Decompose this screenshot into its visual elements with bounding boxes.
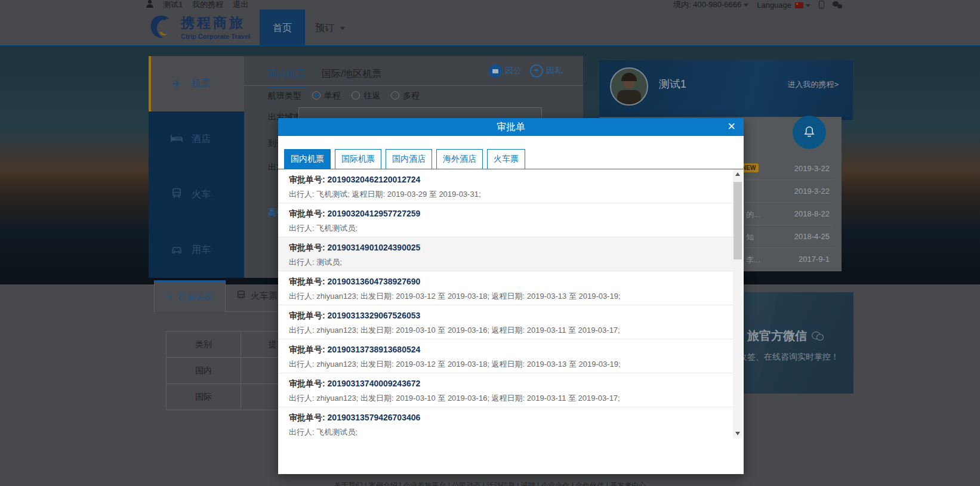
flight-type-label: 航班类型 — [268, 91, 301, 101]
sidebar-item-car[interactable]: 用车 — [149, 222, 244, 278]
sidebar-item-flight[interactable]: ✈ 机票 — [149, 56, 244, 112]
logout-link[interactable]: 退出 — [233, 0, 248, 10]
brand-logo[interactable]: 携程商旅 Ctrip Corporate Travel — [146, 12, 250, 42]
nav-bar: 携程商旅 Ctrip Corporate Travel 首页 预订 — [0, 10, 980, 47]
modal-header: 审批单 × — [278, 118, 744, 136]
chevron-down-icon — [744, 4, 748, 7]
order-no-label: 审批单号: — [289, 277, 325, 286]
modal-title: 审批单 — [278, 118, 744, 136]
top-strip: 测试1 我的携程 退出 境内: 400-980-6666 Language — [0, 0, 980, 10]
order-detail: 出行人: 飞机测试; 返程日期: 2019-03-29 至 2019-03-31… — [289, 189, 721, 200]
train-icon — [170, 188, 183, 202]
order-no: 20190320412957727259 — [328, 209, 421, 218]
train-icon — [236, 290, 246, 302]
order-detail: 出行人: 飞机测试员; — [289, 223, 721, 234]
purpose-public[interactable]: 因公 — [489, 64, 522, 78]
my-ctrip-link[interactable]: 我的携程 — [192, 0, 223, 10]
user-name: 测试1 — [163, 0, 183, 10]
tab-booking[interactable]: 预订 — [315, 10, 345, 47]
enter-my-ctrip-link[interactable]: 进入我的携程> — [787, 79, 839, 90]
order-no: 20190313604738927690 — [328, 277, 421, 286]
order-no: 20190313579426703406 — [328, 413, 421, 422]
scrollbar-thumb[interactable] — [734, 182, 742, 259]
user-panel: 测试1 进入我的携程> — [599, 60, 853, 117]
approval-row[interactable]: 审批单号: 20190313738913680524 出行人: zhiyuan1… — [278, 339, 733, 373]
tab-flight-standard[interactable]: ✈ 机票差标 — [154, 280, 226, 312]
order-detail: 出行人: 测试员; — [289, 257, 721, 268]
table-row-international: 国际 — [167, 384, 241, 410]
approval-row[interactable]: 审批单号: 20190313604738927690 出行人: zhiyuan1… — [278, 271, 733, 305]
order-detail: 出行人: 飞机测试员; — [289, 427, 721, 438]
brand-name: 携程商旅 — [181, 14, 250, 32]
mobile-app-icon[interactable] — [819, 1, 824, 9]
approval-list: 审批单号: 20190320462120012724 出行人: 飞机测试; 返程… — [278, 169, 733, 438]
notification-date: 2018-4-25 — [794, 232, 830, 241]
table-row-domestic: 国内 — [167, 358, 241, 384]
plane-icon: ✈ — [166, 292, 174, 302]
modal-tabs: 国内机票 国际机票 国内酒店 海外酒店 火车票 — [278, 149, 744, 169]
order-no-label: 审批单号: — [289, 209, 325, 218]
radio-oneway[interactable]: 单程 — [312, 91, 341, 101]
approval-row[interactable]: 审批单号: 20190313740009243672 出行人: zhiyuan1… — [278, 373, 733, 407]
form-divider — [244, 85, 583, 86]
notification-date: 2019-3-22 — [794, 164, 830, 173]
notification-date: 2017-9-1 — [799, 255, 830, 264]
order-no-label: 审批单号: — [289, 243, 325, 252]
order-detail: 出行人: zhiyuan123; 出发日期: 2019-03-12 至 2019… — [289, 359, 721, 370]
car-icon — [170, 244, 183, 257]
approval-row[interactable]: 审批单号: 20190313329067526053 出行人: zhiyuan1… — [278, 305, 733, 339]
briefcase-icon — [489, 64, 502, 78]
bell-icon[interactable] — [793, 116, 826, 149]
radio-multicity[interactable]: 多程 — [391, 91, 420, 101]
close-icon[interactable]: × — [728, 118, 735, 135]
wechat-icon — [812, 332, 824, 340]
banner-title-fragment: 旅官方微信 — [747, 328, 807, 344]
sidebar-item-train[interactable]: 火车 — [149, 167, 244, 222]
modal-tab-overseas-hotel[interactable]: 海外酒店 — [436, 149, 483, 169]
order-no-label: 审批单号: — [289, 311, 325, 320]
approval-row-highlighted[interactable]: 审批单号: 20190314901024390025 出行人: 测试员; — [278, 237, 733, 271]
radio-roundtrip[interactable]: 往返 — [352, 91, 380, 101]
order-no-label: 审批单号: — [289, 345, 325, 354]
purpose-private[interactable]: ☂因私 — [530, 64, 563, 78]
order-detail: 出行人: zhiyuan123; 出发日期: 2019-03-10 至 2019… — [289, 325, 721, 336]
language-dropdown[interactable]: Language — [757, 1, 810, 10]
order-no: 20190313329067526053 — [328, 311, 421, 320]
approval-modal: 审批单 × 国内机票 国际机票 国内酒店 海外酒店 火车票 审批单号: 2019… — [278, 118, 744, 474]
modal-tab-domestic-hotel[interactable]: 国内酒店 — [386, 149, 432, 169]
chevron-down-icon — [340, 27, 345, 30]
scrollbar[interactable] — [733, 169, 742, 438]
tab-home[interactable]: 首页 — [260, 10, 305, 47]
hotel-icon — [170, 133, 183, 146]
plane-icon: ✈ — [170, 77, 183, 91]
order-no-label: 审批单号: — [289, 379, 325, 388]
hotline-dropdown[interactable]: 境内: 400-980-6666 — [673, 0, 748, 10]
user-avatar-icon — [146, 0, 153, 10]
approval-row[interactable]: 审批单号: 20190313579426703406 出行人: 飞机测试员; — [278, 407, 733, 438]
page: 测试1 我的携程 退出 境内: 400-980-6666 Language 携程… — [0, 0, 980, 486]
modal-tab-domestic-flight[interactable]: 国内机票 — [284, 149, 331, 169]
radio-icon — [352, 91, 360, 100]
order-no: 20190313740009243672 — [328, 379, 421, 388]
product-sidebar: ✈ 机票 酒店 火车 用车 — [149, 56, 244, 278]
modal-tab-international-flight[interactable]: 国际机票 — [335, 149, 381, 169]
scroll-up-icon[interactable] — [733, 169, 742, 179]
panel-user-name: 测试1 — [659, 77, 686, 91]
china-flag-icon — [795, 2, 803, 8]
order-detail: 出行人: zhiyuan123; 出发日期: 2019-03-10 至 2019… — [289, 393, 721, 404]
approval-row[interactable]: 审批单号: 20190320462120012724 出行人: 飞机测试; 返程… — [278, 169, 733, 203]
scroll-down-icon[interactable] — [733, 429, 742, 438]
order-no: 20190320462120012724 — [328, 175, 421, 184]
sidebar-item-hotel[interactable]: 酒店 — [149, 112, 244, 167]
chevron-down-icon — [806, 4, 810, 7]
brand-subtitle: Ctrip Corporate Travel — [181, 33, 250, 40]
dolphin-logo-icon — [146, 12, 176, 42]
order-detail: 出行人: zhiyuan123; 出发日期: 2019-03-12 至 2019… — [289, 291, 721, 302]
modal-tab-train[interactable]: 火车票 — [487, 149, 525, 169]
order-no-label: 审批单号: — [289, 413, 325, 422]
notification-title-fragment: 李... — [746, 255, 760, 265]
notification-date: 2018-8-22 — [794, 209, 830, 218]
footer-links[interactable]: 关于我们 | 案例介绍 | 企业差旅平台 | 公司动态 | 活动信息 | 诚聘 … — [0, 481, 980, 486]
approval-row[interactable]: 审批单号: 20190320412957727259 出行人: 飞机测试员; — [278, 203, 733, 237]
wechat-icon[interactable] — [833, 1, 842, 8]
